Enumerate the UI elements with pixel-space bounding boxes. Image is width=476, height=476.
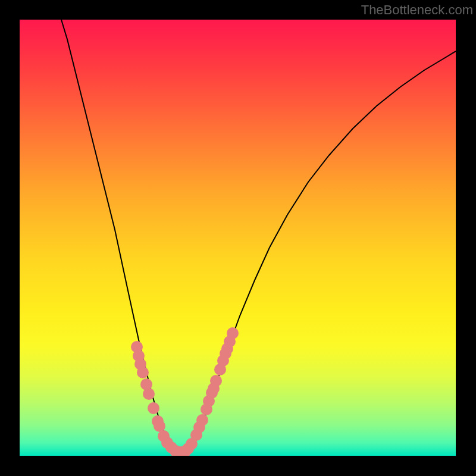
bottleneck-curve-line <box>61 20 456 452</box>
scatter-point <box>227 327 239 339</box>
scatter-point <box>148 402 159 414</box>
scatter-point <box>143 388 155 400</box>
scatter-points-group <box>131 327 239 456</box>
chart-svg <box>20 20 456 456</box>
watermark-text: TheBottleneck.com <box>361 2 473 18</box>
chart-plot-area <box>20 20 456 456</box>
scatter-point <box>137 367 149 378</box>
scatter-point <box>196 414 208 426</box>
scatter-point <box>210 375 222 387</box>
